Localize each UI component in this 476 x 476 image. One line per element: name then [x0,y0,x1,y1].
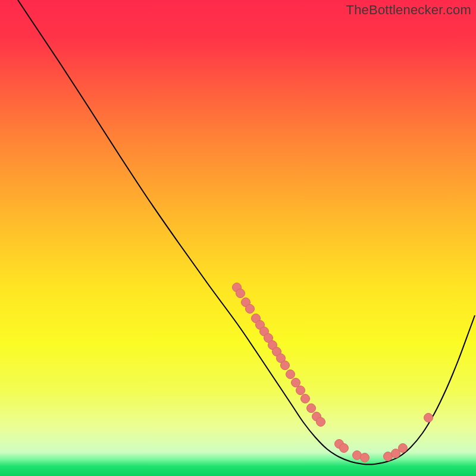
scatter-dot [361,453,369,462]
scatter-dot [424,414,433,422]
scatter-dot [296,386,305,395]
scatter-dot [236,289,245,298]
scatter-dot [286,370,295,379]
scatter-dot [292,378,300,387]
plot-background [0,0,476,476]
scatter-dot [317,418,325,427]
watermark-text: TheBottlenecker.com [346,2,471,18]
bottleneck-chart [0,0,476,476]
scatter-dot [340,444,349,453]
scatter-dot [281,361,290,370]
scatter-dot [399,444,408,453]
scatter-dot [246,305,255,314]
scatter-dot [301,394,310,403]
chart-container: TheBottlenecker.com [0,0,476,476]
scatter-dot [307,404,316,413]
